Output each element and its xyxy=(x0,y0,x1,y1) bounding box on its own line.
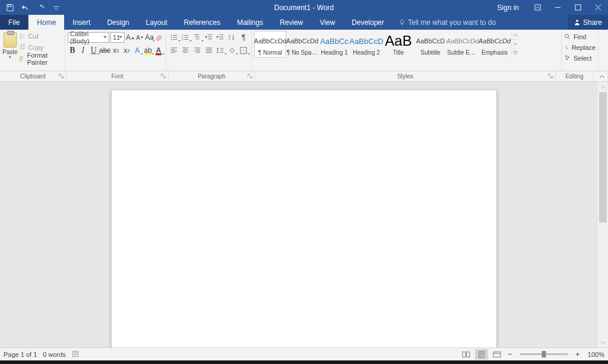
select-button[interactable]: Select xyxy=(564,53,596,64)
style---normal[interactable]: AaBbCcDd¶ Normal xyxy=(254,31,286,58)
tell-me-search[interactable]: Tell me what you want to do xyxy=(392,15,496,30)
redo-icon[interactable] xyxy=(34,1,48,14)
align-right-button[interactable] xyxy=(192,45,202,56)
page-status[interactable]: Page 1 of 1 xyxy=(4,351,37,358)
bucket-icon xyxy=(228,46,236,55)
styles-scroll-down[interactable] xyxy=(511,40,519,49)
share-button[interactable]: Share xyxy=(568,15,608,30)
style-subtitle[interactable]: AaBbCcDSubtitle xyxy=(414,31,446,58)
vertical-scrollbar[interactable] xyxy=(598,82,608,347)
tab-layout[interactable]: Layout xyxy=(138,15,176,30)
align-left-button[interactable] xyxy=(169,45,179,56)
svg-point-1 xyxy=(40,5,42,6)
format-painter-button[interactable]: Format Painter xyxy=(19,53,62,64)
tab-insert[interactable]: Insert xyxy=(64,15,99,30)
shading-button[interactable] xyxy=(227,45,238,56)
clipboard-launcher-icon[interactable] xyxy=(58,72,65,80)
highlight-button[interactable]: ab xyxy=(143,45,153,56)
superscript-button[interactable]: x2 xyxy=(122,45,132,56)
bold-button[interactable]: B xyxy=(68,45,77,56)
decrease-indent-button[interactable] xyxy=(204,32,214,43)
undo-icon[interactable] xyxy=(19,1,32,14)
read-mode-button[interactable] xyxy=(460,349,473,360)
styles-more[interactable] xyxy=(511,49,519,58)
svg-point-5 xyxy=(576,20,578,22)
borders-button[interactable] xyxy=(238,45,249,56)
tab-file[interactable]: File xyxy=(0,15,28,30)
ribbon-display-options-icon[interactable] xyxy=(527,0,547,15)
font-launcher-icon[interactable] xyxy=(160,72,167,80)
paragraph-launcher-icon[interactable] xyxy=(246,72,254,80)
scroll-down-icon[interactable] xyxy=(598,337,608,347)
font-color-button[interactable]: A xyxy=(154,45,163,56)
font-size-combo[interactable]: 11 xyxy=(110,32,125,43)
find-button[interactable]: Find xyxy=(564,31,596,42)
zoom-level[interactable]: 100% xyxy=(588,351,604,358)
collapse-ribbon-button[interactable] xyxy=(594,71,608,81)
print-layout-button[interactable] xyxy=(475,349,488,360)
zoom-slider-handle[interactable] xyxy=(542,351,546,357)
style-heading-2[interactable]: AaBbCcDHeading 2 xyxy=(350,31,382,58)
scroll-up-icon[interactable] xyxy=(598,82,608,92)
show-hide-marks-button[interactable]: ¶ xyxy=(238,32,249,43)
qat-customize-icon[interactable] xyxy=(50,1,63,14)
ribbon: Paste ▼ Cut Copy Format Painter xyxy=(0,30,608,71)
tab-references[interactable]: References xyxy=(176,15,229,30)
sign-in-link[interactable]: Sign in xyxy=(489,4,527,12)
justify-button[interactable] xyxy=(204,45,214,56)
increase-indent-button[interactable] xyxy=(215,32,226,43)
minimize-icon[interactable] xyxy=(547,0,568,15)
style---no-spac---[interactable]: AaBbCcDd¶ No Spac... xyxy=(286,31,318,58)
underline-button[interactable]: U xyxy=(89,45,99,56)
paintbrush-icon xyxy=(19,55,25,62)
style-subtle-em---[interactable]: AaBbCcDdSubtle Em... xyxy=(446,31,479,58)
tab-developer[interactable]: Developer xyxy=(343,15,392,30)
replace-button[interactable]: Replace xyxy=(564,42,596,53)
maximize-icon[interactable] xyxy=(568,0,588,15)
scrollbar-thumb[interactable] xyxy=(599,92,607,223)
style-heading-1[interactable]: AaBbCcHeading 1 xyxy=(318,31,350,58)
tab-view[interactable]: View xyxy=(312,15,344,30)
document-title: Document1 - Word xyxy=(274,4,334,12)
zoom-slider[interactable] xyxy=(520,353,568,355)
svg-rect-0 xyxy=(8,4,11,7)
tab-mailings[interactable]: Mailings xyxy=(229,15,271,30)
shrink-font-button[interactable]: A▼ xyxy=(136,32,144,43)
styles-gallery-scroll xyxy=(511,31,519,58)
zoom-in-button[interactable]: + xyxy=(574,350,582,359)
svg-rect-3 xyxy=(575,5,580,10)
cut-button[interactable]: Cut xyxy=(19,31,62,42)
italic-button[interactable]: I xyxy=(78,45,88,56)
clear-formatting-button[interactable] xyxy=(155,32,163,43)
bullets-button[interactable] xyxy=(169,32,179,43)
close-icon[interactable] xyxy=(588,0,608,15)
change-case-button[interactable]: Aa xyxy=(145,32,154,43)
share-icon xyxy=(574,19,581,26)
proofing-icon[interactable] xyxy=(72,350,80,359)
tab-design[interactable]: Design xyxy=(99,15,137,30)
multilevel-list-button[interactable] xyxy=(192,32,202,43)
grow-font-button[interactable]: A▲ xyxy=(126,32,135,43)
tab-home[interactable]: Home xyxy=(28,15,64,30)
font-name-combo[interactable]: Calibri (Body) xyxy=(68,32,109,43)
styles-launcher-icon[interactable] xyxy=(547,72,554,80)
numbering-button[interactable]: 123 xyxy=(180,32,191,43)
text-effects-button[interactable]: A xyxy=(132,45,142,56)
line-spacing-button[interactable] xyxy=(215,45,226,56)
document-page[interactable] xyxy=(111,90,497,347)
save-icon[interactable] xyxy=(4,1,17,14)
styles-scroll-up[interactable] xyxy=(511,31,519,40)
web-layout-button[interactable] xyxy=(490,349,504,360)
sort-button[interactable]: AZ xyxy=(227,32,238,43)
style-title[interactable]: AaBTitle xyxy=(382,31,414,58)
strikethrough-button[interactable]: abc xyxy=(100,45,110,56)
style-emphasis[interactable]: AaBbCcDdEmphasis xyxy=(479,31,511,58)
svg-rect-21 xyxy=(463,352,466,357)
paste-button[interactable]: Paste ▼ xyxy=(2,31,18,64)
word-count[interactable]: 0 words xyxy=(43,351,66,358)
subscript-button[interactable]: x2 xyxy=(112,45,121,56)
quick-access-toolbar xyxy=(0,1,63,14)
tab-review[interactable]: Review xyxy=(271,15,311,30)
zoom-out-button[interactable]: − xyxy=(506,350,514,359)
align-center-button[interactable] xyxy=(180,45,191,56)
